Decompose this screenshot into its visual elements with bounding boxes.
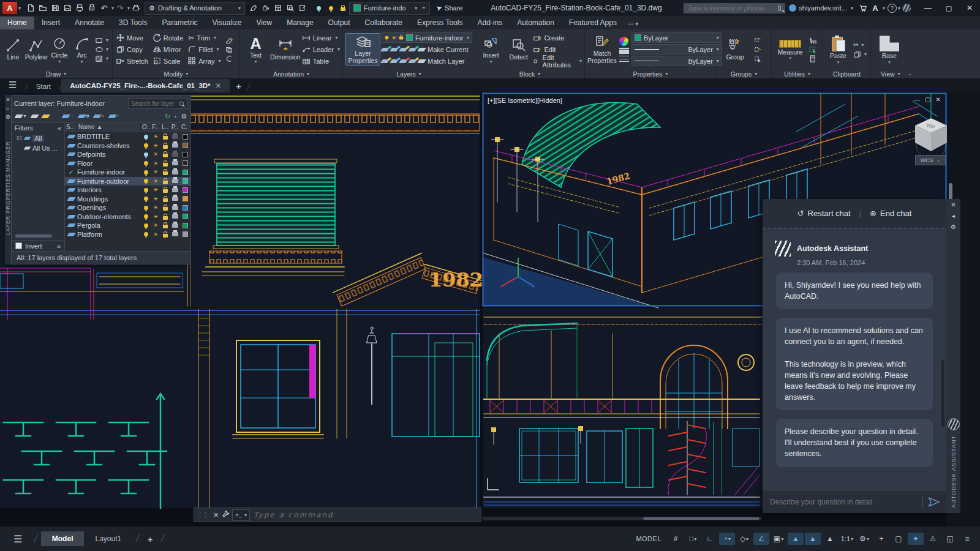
open-file-icon[interactable] [37,2,49,14]
table-tool[interactable]: Table [302,56,340,66]
palette-autohide-icon[interactable]: ▹ [7,105,10,114]
ribbon-tab-output[interactable]: Output [321,17,358,29]
id-point-icon[interactable] [809,46,817,53]
filter-tree-all[interactable]: ⊟All [12,133,64,143]
layer-row-platform[interactable]: Platform☀ [65,230,190,239]
layer-lock-icon[interactable] [163,234,168,238]
layer-freeze-icon[interactable]: ☀ [153,231,158,238]
quick-select-icon[interactable] [809,37,817,44]
plot-icon[interactable] [74,2,86,14]
ribbon-tab-featured-apps[interactable]: Featured Apps [562,17,624,29]
help-search-input[interactable] [686,4,776,12]
text-tool[interactable]: A Text▾ [243,36,269,62]
layer-on-icon[interactable] [144,232,148,236]
layer-freeze-icon[interactable]: ☀ [153,151,158,157]
layer-freeze-icon[interactable]: ☀ [153,169,158,175]
create-block-tool[interactable]: Create [533,32,582,43]
layer-row-furniture-outdoor[interactable]: Furniture-outdoor☀ [65,177,190,186]
new-tab-button[interactable]: + [230,81,247,92]
redo-icon[interactable]: ↷ [114,2,126,14]
render-icon[interactable] [260,2,272,14]
ribbon-tab-view[interactable]: View [249,17,279,29]
new-group-filter-icon[interactable] [31,114,38,118]
scale-tool[interactable]: Scale [153,57,183,65]
trim-tool[interactable]: ✂Trim▾ [188,34,221,42]
layer-properties-button[interactable]: Layer Properties [345,33,380,65]
detect-tool[interactable]: Detect [505,38,532,61]
doc-minimize-icon[interactable]: — [914,96,920,103]
view-panel-label[interactable]: View▾⌄ [871,69,980,78]
layer-row-brdtitle[interactable]: BRDTITLE☀ [65,132,190,141]
group-select-icon[interactable] [753,55,762,62]
quick-layer-dropdown[interactable]: Furniture-indo ▾≂ [349,2,430,15]
ribbon-tab-automation[interactable]: Automation [510,17,562,29]
new-file-icon[interactable] [24,2,37,14]
base-view-tool[interactable]: Base▾ [873,36,905,62]
graphics-performance-button[interactable]: ✦ [908,533,924,545]
layer-plot-icon[interactable] [172,223,178,228]
color-wheel-icon[interactable] [619,37,628,46]
doc-close-icon[interactable]: ✕ [935,96,940,103]
annotation-flyout-button[interactable]: ▲ [822,533,838,545]
model-tab[interactable]: Model [41,531,85,546]
layer-color-swatch[interactable] [183,187,188,193]
layer-lock-icon[interactable] [163,145,168,149]
osnap-tracking-button[interactable]: ∠ [753,533,769,545]
layer-plot-icon[interactable] [172,143,178,148]
undo-icon[interactable]: ↶ [98,2,110,14]
ellipse-tool[interactable]: ▾ [95,46,108,53]
refresh-icon[interactable]: ↻ [165,113,170,121]
command-prompt-icon[interactable]: >_▾ [232,509,250,521]
fillet-tool[interactable]: Fillet▾ [188,45,221,53]
command-line[interactable]: ⋮⋮ ✕ >_▾ [194,508,481,522]
match-layer-row[interactable]: Match Layer [382,56,472,66]
block-panel-label[interactable]: Block▾ [475,69,584,78]
properties-panel-label[interactable]: Properties▾ [585,69,716,78]
layer-plot-icon[interactable] [172,170,178,174]
layer-plot-icon[interactable] [172,179,178,183]
layer-on-icon[interactable] [144,223,148,228]
layer-lock-icon[interactable] [163,207,168,211]
layer-column-2[interactable]: O.. [141,123,151,132]
layer-plot-icon[interactable] [172,214,178,219]
trusted-file-warning-button[interactable]: ⚠ [925,533,941,545]
isolate-objects-button[interactable]: ▢ [891,533,907,545]
measure-tool[interactable]: Measure▾ [774,40,806,59]
layer-color-swatch[interactable] [183,160,188,166]
layer-freeze-icon[interactable]: ☀ [153,160,158,167]
circle-tool[interactable]: Circle▾ [49,36,70,62]
layer-plot-icon[interactable] [172,206,178,210]
restart-chat-button[interactable]: ↺ Restart chat [797,209,851,218]
layer-lock-icon[interactable] [163,136,168,140]
clean-screen-button[interactable]: ◱ [942,533,958,545]
linetype-icon[interactable] [619,56,629,62]
chat-scrollbar[interactable] [941,360,944,427]
end-chat-button[interactable]: ⊗ End chat [870,209,911,218]
layer-color-swatch[interactable] [183,231,188,237]
layer-row-defpoints[interactable]: Defpoints☀ [65,150,190,159]
command-input[interactable] [252,510,481,520]
layer-row-floor[interactable]: Floor☀ [65,159,190,168]
ribbon-tab-insert[interactable]: Insert [34,17,67,29]
maximize-button[interactable]: ▢ [938,0,959,16]
assistant-launcher-icon[interactable] [900,2,913,14]
layer-column-6[interactable]: C. [180,123,190,132]
move-tool[interactable]: Move [116,34,148,42]
invert-checkbox[interactable] [15,242,22,249]
rotate-tool[interactable]: Rotate [153,34,183,42]
modify-panel-label[interactable]: Modify▾ [113,69,239,78]
close-tab-icon[interactable]: ✕ [216,81,222,90]
copy-tool[interactable]: Copy [116,45,148,53]
document-tab[interactable]: AutoCAD-FY25_Fire-...-Book-Cafe_01_3D*✕ [61,79,230,92]
new-property-filter-icon[interactable]: ▼ [15,114,27,118]
ribbon-tab-home[interactable]: Home [0,17,34,29]
new-layer-icon[interactable]: ＋ [62,114,74,118]
layer-color-swatch[interactable] [183,196,188,201]
layer-on-icon[interactable] [144,206,148,210]
layer-search-box[interactable] [128,98,188,109]
ribbon-overflow-icon[interactable]: ▭ ▾ [628,20,638,29]
groups-panel-label[interactable]: Groups▾ [717,69,771,78]
snap-mode-button[interactable]: ∷▾ [685,533,701,545]
layer-plot-icon[interactable] [172,188,178,192]
layer-freeze-icon[interactable]: ☀ [153,204,158,211]
